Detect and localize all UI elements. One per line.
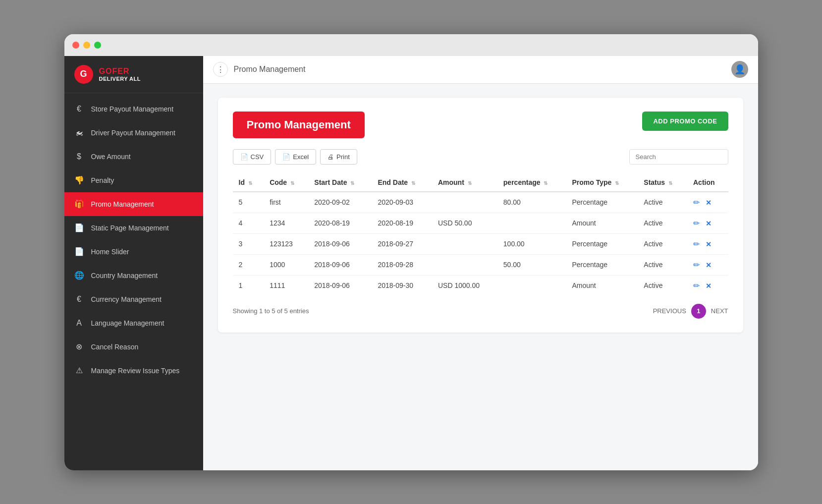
toolbar: 📄 CSV 📄 Excel 🖨 Print	[233, 149, 728, 165]
col-id[interactable]: Id ⇅	[233, 173, 264, 192]
table-row: 210002018-09-062018-09-2850.00Percentage…	[233, 254, 728, 275]
next-page-button[interactable]: NEXT	[711, 307, 728, 315]
maximize-button[interactable]	[94, 42, 101, 49]
col-code[interactable]: Code ⇅	[264, 173, 308, 192]
sidebar-logo: G GOFER DELIVERY ALL	[64, 56, 203, 93]
delete-button[interactable]: ✕	[706, 199, 712, 207]
current-page[interactable]: 1	[691, 304, 706, 319]
table-footer: Showing 1 to 5 of 5 entries PREVIOUS 1 N…	[233, 304, 728, 319]
table-row: 31231232018-09-062018-09-27100.00Percent…	[233, 233, 728, 254]
logo-title: GOFER	[99, 67, 141, 76]
col-status[interactable]: Status ⇅	[638, 173, 687, 192]
cell-amount	[432, 192, 497, 213]
excel-button[interactable]: 📄 Excel	[275, 149, 316, 165]
home-slider-label: Home Slider	[91, 248, 129, 256]
page-heading: Promo Management	[233, 112, 365, 138]
delete-button[interactable]: ✕	[706, 220, 712, 227]
sidebar-item-country-management[interactable]: 🌐 Country Management	[64, 264, 203, 287]
cell-action: ✏ ✕	[687, 213, 728, 233]
cell-end_date: 2020-09-03	[372, 192, 432, 213]
showing-text: Showing 1 to 5 of 5 entries	[233, 307, 309, 315]
cell-action: ✏ ✕	[687, 254, 728, 275]
sidebar-item-cancel-reason[interactable]: ⊗ Cancel Reason	[64, 335, 203, 359]
cell-percentage	[497, 275, 566, 296]
content-card: Promo Management ADD PROMO CODE 📄 CSV 📄 …	[218, 98, 743, 333]
sort-icon-end_date: ⇅	[411, 180, 415, 186]
country-management-label: Country Management	[91, 272, 158, 280]
edit-button[interactable]: ✏	[693, 281, 700, 290]
edit-button[interactable]: ✏	[693, 198, 700, 207]
csv-button[interactable]: 📄 CSV	[233, 149, 272, 165]
cell-percentage	[497, 213, 566, 233]
logo-subtitle: DELIVERY ALL	[99, 76, 141, 82]
cell-start_date: 2020-08-19	[308, 213, 372, 233]
sidebar-item-manage-review[interactable]: ⚠ Manage Review Issue Types	[64, 359, 203, 383]
language-management-label: Language Management	[91, 319, 164, 327]
edit-button[interactable]: ✏	[693, 240, 700, 248]
search-input[interactable]	[629, 149, 728, 165]
logo-text: GOFER DELIVERY ALL	[99, 67, 141, 82]
sidebar-item-home-slider[interactable]: 📄 Home Slider	[64, 240, 203, 264]
toolbar-left: 📄 CSV 📄 Excel 🖨 Print	[233, 149, 357, 165]
table-body: 5first2020-09-022020-09-0380.00Percentag…	[233, 192, 728, 296]
minimize-button[interactable]	[83, 42, 90, 49]
cell-percentage: 80.00	[497, 192, 566, 213]
sidebar-item-penalty[interactable]: 👎 Penalty	[64, 168, 203, 192]
user-avatar[interactable]: 👤	[731, 61, 748, 78]
cell-id: 3	[233, 233, 264, 254]
currency-management-label: Currency Management	[91, 295, 162, 303]
sidebar-item-promo-management[interactable]: 🎁 Promo Management	[64, 192, 203, 216]
excel-icon: 📄	[282, 153, 290, 161]
edit-button[interactable]: ✏	[693, 261, 700, 269]
sidebar-item-owe-amount[interactable]: $ Owe Amount	[64, 145, 203, 168]
col-end_date[interactable]: End Date ⇅	[372, 173, 432, 192]
static-page-icon: 📄	[74, 223, 84, 233]
cell-amount	[432, 233, 497, 254]
cancel-reason-icon: ⊗	[74, 342, 84, 352]
manage-review-label: Manage Review Issue Types	[91, 367, 180, 375]
currency-management-icon: €	[74, 294, 84, 304]
menu-button[interactable]: ⋮	[213, 62, 228, 77]
cell-promo_type: Percentage	[566, 233, 638, 254]
print-button[interactable]: 🖨 Print	[320, 149, 357, 165]
delete-button[interactable]: ✕	[706, 240, 712, 248]
edit-button[interactable]: ✏	[693, 219, 700, 227]
cell-code: 1234	[264, 213, 308, 233]
sidebar-item-static-page[interactable]: 📄 Static Page Management	[64, 216, 203, 240]
country-management-icon: 🌐	[74, 271, 84, 280]
app-body: G GOFER DELIVERY ALL € Store Payout Mana…	[64, 56, 758, 470]
titlebar	[64, 34, 758, 56]
add-promo-code-button[interactable]: ADD PROMO CODE	[642, 112, 728, 131]
sidebar-item-driver-payout[interactable]: 🏍 Driver Payout Management	[64, 121, 203, 145]
sidebar-item-currency-management[interactable]: € Currency Management	[64, 287, 203, 311]
col-percentage[interactable]: percentage ⇅	[497, 173, 566, 192]
driver-payout-icon: 🏍	[74, 128, 84, 138]
cell-status: Active	[638, 275, 687, 296]
cell-promo_type: Amount	[566, 213, 638, 233]
prev-page-button[interactable]: PREVIOUS	[653, 307, 686, 315]
cell-percentage: 100.00	[497, 233, 566, 254]
excel-label: Excel	[293, 153, 309, 161]
close-button[interactable]	[72, 42, 79, 49]
cell-action: ✏ ✕	[687, 275, 728, 296]
cell-status: Active	[638, 233, 687, 254]
cell-start_date: 2020-09-02	[308, 192, 372, 213]
sidebar-item-language-management[interactable]: A Language Management	[64, 311, 203, 335]
topbar-title: Promo Management	[234, 65, 725, 74]
cell-code: 123123	[264, 233, 308, 254]
col-start_date[interactable]: Start Date ⇅	[308, 173, 372, 192]
col-promo_type[interactable]: Promo Type ⇅	[566, 173, 638, 192]
driver-payout-label: Driver Payout Management	[91, 129, 175, 137]
manage-review-icon: ⚠	[74, 366, 84, 376]
col-amount[interactable]: Amount ⇅	[432, 173, 497, 192]
cell-start_date: 2018-09-06	[308, 254, 372, 275]
delete-button[interactable]: ✕	[706, 261, 712, 269]
sidebar-item-store-payout[interactable]: € Store Payout Management	[64, 97, 203, 121]
cell-promo_type: Percentage	[566, 192, 638, 213]
delete-button[interactable]: ✕	[706, 282, 712, 290]
language-management-icon: A	[74, 318, 84, 328]
print-icon: 🖨	[328, 153, 334, 161]
topbar: ⋮ Promo Management 👤	[203, 56, 758, 84]
print-label: Print	[336, 153, 350, 161]
cell-id: 1	[233, 275, 264, 296]
